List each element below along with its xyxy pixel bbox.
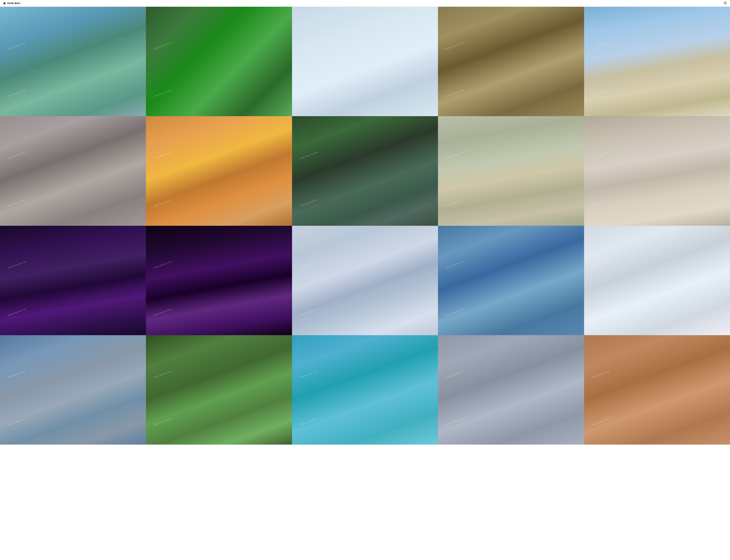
header-logo: VAVE BG® xyxy=(3,2,20,5)
grid-item-white-canyon[interactable]: WWW.ABSKOOP.COMWWW.ABSKOOP.COM xyxy=(292,226,438,335)
search-button[interactable] xyxy=(724,1,727,5)
watermark-2: WWW.ABSKOOP.COM xyxy=(592,308,610,316)
header: VAVE BG® xyxy=(0,0,730,7)
watermark-2: WWW.ABSKOOP.COM xyxy=(154,89,172,97)
watermark: WWW.ABSKOOP.COM xyxy=(446,261,464,269)
watermark-2: WWW.ABSKOOP.COM xyxy=(300,89,318,97)
watermark-2: WWW.ABSKOOP.COM xyxy=(592,199,610,207)
watermark: WWW.ABSKOOP.COM xyxy=(7,261,26,269)
watermark: WWW.ABSKOOP.COM xyxy=(300,370,318,379)
watermark: WWW.ABSKOOP.COM xyxy=(7,370,26,379)
watermark-2: WWW.ABSKOOP.COM xyxy=(7,199,26,207)
grid-item-forest-lake[interactable]: WWW.ABSKOOP.COMWWW.ABSKOOP.COM xyxy=(292,116,438,226)
grid-item-snowy-mountains[interactable]: WWW.ABSKOOP.COMWWW.ABSKOOP.COM xyxy=(0,335,146,445)
watermark: WWW.ABSKOOP.COM xyxy=(300,151,318,160)
grid-item-iceberg-water[interactable]: WWW.ABSKOOP.COMWWW.ABSKOOP.COM xyxy=(292,335,438,445)
watermark-2: WWW.ABSKOOP.COM xyxy=(7,89,26,97)
grid: WWW.ABSKOOP.COMWWW.ABSKOOP.COMWWW.ABSKOO… xyxy=(0,7,730,445)
grid-item-brooklyn-bridge[interactable]: WWW.ABSKOOP.COMWWW.ABSKOOP.COM xyxy=(438,7,584,116)
grid-item-bare-tree-water[interactable]: WWW.ABSKOOP.COMWWW.ABSKOOP.COM xyxy=(438,335,584,445)
watermark: WWW.ABSKOOP.COM xyxy=(7,151,26,160)
image-grid: WWW.ABSKOOP.COMWWW.ABSKOOP.COMWWW.ABSKOO… xyxy=(0,7,730,445)
watermark-2: WWW.ABSKOOP.COM xyxy=(7,418,26,426)
watermark-2: WWW.ABSKOOP.COM xyxy=(300,199,318,207)
watermark: WWW.ABSKOOP.COM xyxy=(154,261,172,269)
watermark: WWW.ABSKOOP.COM xyxy=(446,151,464,160)
search-icon xyxy=(724,1,727,5)
watermark-2: WWW.ABSKOOP.COM xyxy=(154,308,172,316)
watermark-2: WWW.ABSKOOP.COM xyxy=(154,418,172,426)
grid-item-tennis[interactable]: WWW.ABSKOOP.COMWWW.ABSKOOP.COM xyxy=(0,7,146,116)
watermark-2: WWW.ABSKOOP.COM xyxy=(446,199,464,207)
watermark: WWW.ABSKOOP.COM xyxy=(446,42,464,50)
watermark-2: WWW.ABSKOOP.COM xyxy=(300,418,318,426)
grid-item-skater-street[interactable]: WWW.ABSKOOP.COMWWW.ABSKOOP.COM xyxy=(0,116,146,226)
watermark-2: WWW.ABSKOOP.COM xyxy=(592,89,610,97)
snowflake-icon xyxy=(3,2,6,5)
watermark: WWW.ABSKOOP.COM xyxy=(300,42,318,50)
watermark: WWW.ABSKOOP.COM xyxy=(592,261,610,269)
watermark: WWW.ABSKOOP.COM xyxy=(300,261,318,269)
grid-item-glacier-cave[interactable]: WWW.ABSKOOP.COMWWW.ABSKOOP.COM xyxy=(438,226,584,335)
watermark-2: WWW.ABSKOOP.COM xyxy=(446,308,464,316)
watermark-2: WWW.ABSKOOP.COM xyxy=(446,418,464,426)
watermark: WWW.ABSKOOP.COM xyxy=(446,370,464,379)
watermark-2: WWW.ABSKOOP.COM xyxy=(592,418,610,426)
watermark: WWW.ABSKOOP.COM xyxy=(592,42,610,50)
grid-item-skater-sunset[interactable]: WWW.ABSKOOP.COMWWW.ABSKOOP.COM xyxy=(146,116,292,226)
watermark: WWW.ABSKOOP.COM xyxy=(154,370,172,379)
site-title: VAVE BG® xyxy=(7,2,20,5)
watermark-2: WWW.ABSKOOP.COM xyxy=(446,89,464,97)
grid-item-gas-station-1[interactable]: WWW.ABSKOOP.COMWWW.ABSKOOP.COM xyxy=(584,7,730,116)
watermark: WWW.ABSKOOP.COM xyxy=(154,42,172,50)
grid-item-yosemite[interactable]: WWW.ABSKOOP.COMWWW.ABSKOOP.COM xyxy=(146,335,292,445)
svg-point-4 xyxy=(4,3,5,4)
watermark: WWW.ABSKOOP.COM xyxy=(592,151,610,160)
watermark-2: WWW.ABSKOOP.COM xyxy=(300,308,318,316)
watermark: WWW.ABSKOOP.COM xyxy=(154,151,172,160)
grid-item-legs-sand[interactable]: WWW.ABSKOOP.COMWWW.ABSKOOP.COM xyxy=(584,335,730,445)
grid-item-park-pool[interactable]: WWW.ABSKOOP.COMWWW.ABSKOOP.COM xyxy=(146,7,292,116)
watermark-2: WWW.ABSKOOP.COM xyxy=(7,308,26,316)
grid-item-gas-night-2[interactable]: WWW.ABSKOOP.COMWWW.ABSKOOP.COM xyxy=(146,226,292,335)
grid-item-apartment-buildings[interactable]: WWW.ABSKOOP.COMWWW.ABSKOOP.COM xyxy=(584,116,730,226)
watermark: WWW.ABSKOOP.COM xyxy=(592,370,610,379)
grid-item-motel-car[interactable]: WWW.ABSKOOP.COMWWW.ABSKOOP.COM xyxy=(438,116,584,226)
grid-item-gas-night-1[interactable]: WWW.ABSKOOP.COMWWW.ABSKOOP.COM xyxy=(0,226,146,335)
grid-item-white-snow-rocks[interactable]: WWW.ABSKOOP.COMWWW.ABSKOOP.COM xyxy=(584,226,730,335)
svg-line-6 xyxy=(726,3,727,4)
grid-item-snow-people[interactable]: WWW.ABSKOOP.COMWWW.ABSKOOP.COM xyxy=(292,7,438,116)
watermark-2: WWW.ABSKOOP.COM xyxy=(154,199,172,207)
watermark: WWW.ABSKOOP.COM xyxy=(7,42,26,50)
